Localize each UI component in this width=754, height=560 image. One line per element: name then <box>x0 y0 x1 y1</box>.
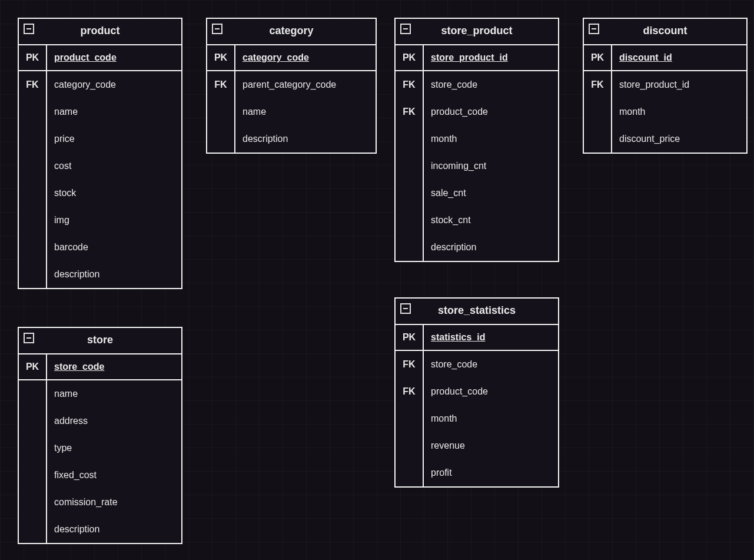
entity-attr-row: month <box>396 125 558 153</box>
key-empty <box>19 207 47 234</box>
pk-field: store_product_id <box>424 45 558 70</box>
attr-field: img <box>47 207 181 234</box>
entity-title: product <box>19 19 181 45</box>
fk-label: FK <box>584 71 612 98</box>
entity-attr-row: cost <box>19 153 181 180</box>
key-empty <box>19 98 47 125</box>
entity-attr-row: discount_price <box>584 125 746 153</box>
attr-field: fixed_cost <box>47 462 181 489</box>
entity-title-text: category <box>269 25 313 37</box>
fk-label: FK <box>396 351 424 378</box>
key-empty <box>19 380 47 407</box>
collapse-icon[interactable] <box>212 24 222 34</box>
attr-field: profit <box>424 459 558 486</box>
attr-field: name <box>235 98 376 125</box>
entity-attr-row: name <box>19 98 181 125</box>
entity-attr-row: FKstore_code <box>396 71 558 98</box>
key-empty <box>19 407 47 435</box>
entity-attr-row: address <box>19 407 181 435</box>
svg-rect-3 <box>592 28 596 29</box>
attr-field: store_code <box>424 351 558 378</box>
attr-field: barcode <box>47 234 181 261</box>
pk-label: PK <box>19 45 47 70</box>
entity-attr-row: stock_cnt <box>396 207 558 234</box>
key-empty <box>19 125 47 153</box>
pk-field: store_code <box>47 354 181 379</box>
entity-attr-row: FKproduct_code <box>396 98 558 125</box>
attr-field: cost <box>47 153 181 180</box>
entity-store_product[interactable]: store_productPKstore_product_idFKstore_c… <box>394 18 559 262</box>
key-empty <box>396 125 424 153</box>
key-empty <box>396 153 424 180</box>
entity-store_statistics[interactable]: store_statisticsPKstatistics_idFKstore_c… <box>394 297 559 488</box>
svg-rect-4 <box>26 337 31 339</box>
fk-label: FK <box>396 378 424 405</box>
attr-field: name <box>47 380 181 407</box>
pk-field: statistics_id <box>424 325 558 350</box>
entity-attr-row: incoming_cnt <box>396 153 558 180</box>
attr-field: description <box>424 234 558 261</box>
entity-store[interactable]: storePKstore_codenameaddresstypefixed_co… <box>18 327 182 544</box>
fk-label: FK <box>19 71 47 98</box>
key-empty <box>19 435 47 462</box>
fk-label: FK <box>396 71 424 98</box>
collapse-icon[interactable] <box>24 333 34 343</box>
pk-label: PK <box>396 325 424 350</box>
entity-attr-row: name <box>207 98 376 125</box>
entity-product[interactable]: productPKproduct_codeFKcategory_codename… <box>18 18 182 289</box>
collapse-icon[interactable] <box>589 24 599 34</box>
entity-attr-row: FKparent_category_code <box>207 71 376 98</box>
pk-label: PK <box>207 45 235 70</box>
attr-field: product_code <box>424 98 558 125</box>
svg-rect-0 <box>26 28 31 29</box>
pk-label: PK <box>584 45 612 70</box>
key-empty <box>396 180 424 207</box>
key-empty <box>19 516 47 543</box>
attr-field: store_code <box>424 71 558 98</box>
entity-attr-row: type <box>19 435 181 462</box>
entity-category[interactable]: categoryPKcategory_codeFKparent_category… <box>206 18 377 154</box>
fk-label: FK <box>207 71 235 98</box>
svg-rect-5 <box>403 308 408 309</box>
key-empty <box>396 234 424 261</box>
entity-attr-row: revenue <box>396 432 558 459</box>
entity-attr-row: description <box>19 516 181 543</box>
attr-field: stock_cnt <box>424 207 558 234</box>
entity-attr-row: description <box>207 125 376 153</box>
collapse-icon[interactable] <box>24 24 34 34</box>
svg-rect-1 <box>215 28 220 29</box>
attr-field: stock <box>47 180 181 207</box>
entity-attr-row: price <box>19 125 181 153</box>
key-empty <box>19 462 47 489</box>
entity-attr-row: name <box>19 380 181 407</box>
pk-label: PK <box>19 354 47 379</box>
entity-attrs: FKstore_codeFKproduct_codemonthrevenuepr… <box>396 351 558 486</box>
pk-field: product_code <box>47 45 181 70</box>
collapse-icon[interactable] <box>400 303 411 314</box>
entity-attr-row: month <box>584 98 746 125</box>
attr-field: name <box>47 98 181 125</box>
entity-attrs: FKstore_codeFKproduct_codemonthincoming_… <box>396 71 558 261</box>
collapse-icon[interactable] <box>400 24 411 34</box>
key-empty <box>584 98 612 125</box>
pk-label: PK <box>396 45 424 70</box>
key-empty <box>19 153 47 180</box>
entity-pk-row: PKstore_code <box>19 354 181 380</box>
key-empty <box>396 459 424 486</box>
key-empty <box>207 125 235 153</box>
attr-field: type <box>47 435 181 462</box>
entity-attr-row: month <box>396 405 558 432</box>
entity-pk-row: PKstatistics_id <box>396 325 558 351</box>
attr-field: incoming_cnt <box>424 153 558 180</box>
entity-attr-row: sale_cnt <box>396 180 558 207</box>
entity-attrs: FKparent_category_codenamedescription <box>207 71 376 153</box>
entity-attr-row: FKcategory_code <box>19 71 181 98</box>
key-empty <box>207 98 235 125</box>
attr-field: store_product_id <box>612 71 746 98</box>
key-empty <box>19 261 47 288</box>
attr-field: description <box>47 261 181 288</box>
entity-discount[interactable]: discountPKdiscount_idFKstore_product_idm… <box>583 18 748 154</box>
entity-attr-row: FKstore_product_id <box>584 71 746 98</box>
key-empty <box>19 180 47 207</box>
entity-title-text: discount <box>643 25 687 37</box>
